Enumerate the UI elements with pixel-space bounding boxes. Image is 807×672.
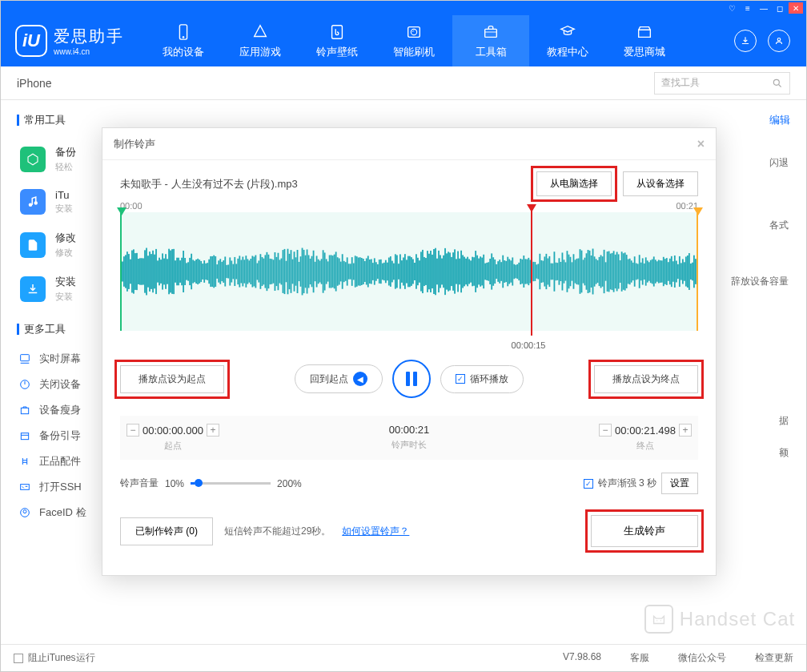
start-plus-button[interactable]: + xyxy=(207,424,219,437)
svg-rect-59 xyxy=(181,258,183,285)
svg-rect-198 xyxy=(404,254,406,289)
set-start-button[interactable]: 播放点设为起点 xyxy=(120,365,224,393)
svg-rect-296 xyxy=(562,252,564,290)
end-marker-line[interactable] xyxy=(697,212,698,331)
svg-rect-285 xyxy=(544,256,545,286)
svg-rect-300 xyxy=(568,255,570,289)
nav-apps[interactable]: 应用游戏 xyxy=(222,15,299,66)
svg-rect-135 xyxy=(303,250,305,293)
watermark: Handset Cat xyxy=(640,599,800,639)
start-marker-icon[interactable] xyxy=(117,207,125,215)
loop-checkbox-icon: ✓ xyxy=(456,374,465,384)
svg-rect-363 xyxy=(669,259,671,284)
svg-rect-270 xyxy=(520,259,521,284)
nav-toolbox[interactable]: 工具箱 xyxy=(452,15,529,66)
volume-slider[interactable] xyxy=(191,482,271,485)
svg-rect-348 xyxy=(645,257,647,285)
loop-button[interactable]: ✓循环播放 xyxy=(440,365,524,393)
end-plus-button[interactable]: + xyxy=(679,424,692,437)
device-tab[interactable]: iPhone xyxy=(17,77,52,90)
svg-rect-176 xyxy=(369,260,371,284)
svg-rect-257 xyxy=(499,260,500,284)
nav-store[interactable]: 爱思商城 xyxy=(606,15,683,66)
svg-rect-197 xyxy=(403,257,404,285)
nav-tutorials[interactable]: 教程中心 xyxy=(529,15,606,66)
svg-rect-169 xyxy=(358,258,359,286)
svg-rect-238 xyxy=(468,259,470,284)
svg-rect-78 xyxy=(211,256,213,287)
waveform[interactable]: 00:00:15 xyxy=(120,212,698,331)
close-icon[interactable]: × xyxy=(697,137,705,151)
titlebar-max-icon[interactable]: ◻ xyxy=(773,2,787,14)
side-fragment: 各式 xyxy=(769,219,789,232)
svg-rect-92 xyxy=(234,257,235,286)
svg-rect-190 xyxy=(391,261,393,283)
svg-rect-171 xyxy=(361,258,363,285)
start-minus-button[interactable]: − xyxy=(126,424,139,437)
support-link[interactable]: 客服 xyxy=(630,651,649,665)
back-to-start-button[interactable]: 回到起点◀ xyxy=(295,364,383,393)
svg-rect-331 xyxy=(618,254,620,288)
svg-rect-356 xyxy=(658,260,660,283)
svg-rect-334 xyxy=(623,253,624,290)
nav-my-device[interactable]: 我的设备 xyxy=(145,15,222,66)
svg-rect-53 xyxy=(171,249,173,294)
block-itunes-label: 阻止iTunes运行 xyxy=(28,651,95,665)
svg-rect-338 xyxy=(629,259,631,284)
svg-rect-267 xyxy=(515,265,516,279)
svg-rect-351 xyxy=(650,260,652,283)
svg-point-10 xyxy=(34,201,38,205)
titlebar-menu-icon[interactable]: ≡ xyxy=(741,2,755,14)
svg-rect-303 xyxy=(573,254,575,288)
playhead[interactable]: 00:00:15 xyxy=(531,207,532,336)
play-pause-button[interactable] xyxy=(392,360,431,398)
svg-point-20 xyxy=(23,510,26,513)
edit-link[interactable]: 编辑 xyxy=(769,113,790,127)
svg-rect-332 xyxy=(620,260,621,283)
search-input[interactable]: 查找工具 xyxy=(654,72,790,95)
svg-rect-56 xyxy=(176,258,178,286)
svg-rect-376 xyxy=(690,264,692,280)
titlebar-fav-icon[interactable]: ♡ xyxy=(725,2,739,14)
fade-settings-button[interactable]: 设置 xyxy=(661,473,698,494)
user-icon[interactable] xyxy=(768,30,790,52)
block-itunes-checkbox[interactable] xyxy=(14,654,23,663)
nav-ringtone[interactable]: 铃声壁纸 xyxy=(299,15,375,66)
svg-line-8 xyxy=(779,84,781,87)
svg-rect-279 xyxy=(534,262,536,281)
wechat-link[interactable]: 微信公众号 xyxy=(678,651,726,665)
svg-rect-329 xyxy=(615,255,616,288)
status-bar: 阻止iTunes运行 V7.98.68 客服 微信公众号 检查更新 xyxy=(1,644,806,671)
svg-rect-115 xyxy=(271,259,273,284)
from-device-button[interactable]: 从设备选择 xyxy=(623,171,698,196)
fade-checkbox[interactable]: ✓ xyxy=(584,479,593,489)
svg-rect-184 xyxy=(382,264,383,280)
file-row: 未知歌手 - 人生没有过不去 (片段).mp3 从电脑选择 从设备选择 xyxy=(120,171,698,196)
titlebar-min-icon[interactable]: — xyxy=(757,2,771,14)
end-minus-button[interactable]: − xyxy=(599,424,612,437)
set-end-highlight: 播放点设为终点 xyxy=(594,365,698,393)
svg-rect-153 xyxy=(332,256,334,288)
set-end-button[interactable]: 播放点设为终点 xyxy=(594,365,698,393)
how-to-link[interactable]: 如何设置铃声？ xyxy=(342,525,409,538)
svg-rect-231 xyxy=(457,251,459,292)
generate-button[interactable]: 生成铃声 xyxy=(591,515,698,547)
titlebar-close-icon[interactable]: ✕ xyxy=(789,2,803,14)
svg-rect-136 xyxy=(305,256,307,288)
download-icon[interactable] xyxy=(734,30,757,52)
made-ringtones-button[interactable]: 已制作铃声 (0) xyxy=(120,517,213,545)
svg-rect-207 xyxy=(419,260,420,283)
end-marker-icon[interactable] xyxy=(693,207,701,215)
svg-rect-67 xyxy=(194,261,195,283)
check-update-link[interactable]: 检查更新 xyxy=(755,651,793,665)
svg-rect-114 xyxy=(270,259,271,284)
svg-rect-47 xyxy=(162,253,163,289)
start-marker-line[interactable] xyxy=(120,212,122,331)
svg-rect-263 xyxy=(508,259,510,284)
nav-flash[interactable]: 智能刷机 xyxy=(375,15,452,66)
svg-rect-309 xyxy=(583,260,584,283)
svg-rect-364 xyxy=(671,256,672,287)
svg-rect-133 xyxy=(300,256,302,287)
svg-rect-99 xyxy=(245,256,247,288)
from-pc-button[interactable]: 从电脑选择 xyxy=(536,171,612,196)
